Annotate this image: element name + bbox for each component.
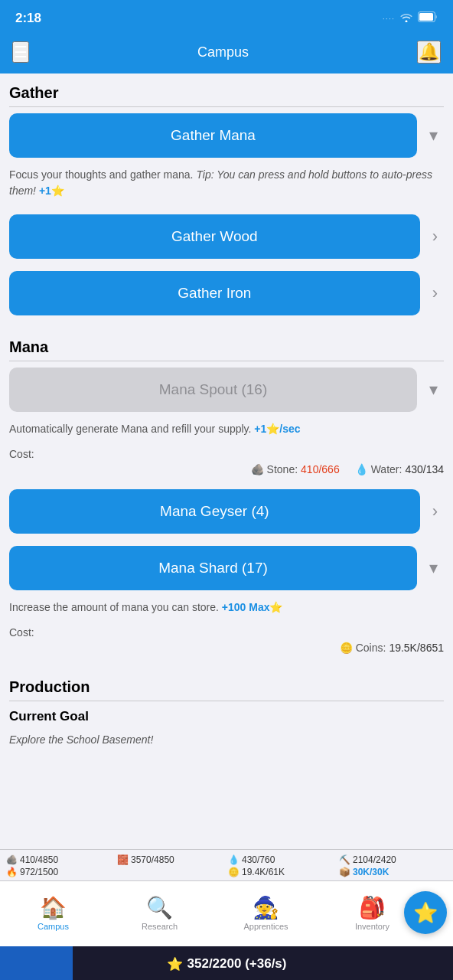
tab-star-button[interactable]: ⭐	[404, 891, 447, 934]
mana-spout-water-cost: 💧 Water: 430/134	[355, 463, 444, 475]
status-icons: ····	[383, 11, 438, 25]
water-icon: 💧	[355, 463, 368, 475]
tab-campus[interactable]: 🏠 Campus	[0, 881, 106, 946]
resource-coins: 🪙 19.4K/61K	[228, 867, 336, 877]
mana-shard-cost: Cost: 🪙 Coins: 19.5K/8651	[0, 625, 453, 662]
gather-mana-expand[interactable]: ▾	[423, 122, 444, 149]
gather-mana-desc: Focus your thoughts and gather mana. Tip…	[0, 164, 453, 208]
water-res-value: 430/760	[242, 854, 275, 865]
stone-value: 410/666	[301, 463, 340, 475]
inventory-tab-label: Inventory	[355, 922, 389, 931]
inventory-tab-icon: 🎒	[359, 897, 386, 919]
mana-geyser-row: Mana Geyser (4) ›	[0, 483, 453, 540]
apprentices-tab-label: Apprentices	[243, 922, 288, 931]
campus-tab-icon: 🏠	[40, 897, 67, 919]
gather-wood-button[interactable]: Gather Wood	[9, 214, 420, 259]
mana-shard-coins-cost: 🪙 Coins: 19.5K/8651	[340, 642, 444, 654]
status-bar: 2:18 ····	[0, 0, 453, 34]
nav-title: Campus	[197, 44, 249, 60]
mana-spout-desc: Automatically generate Mana and refill y…	[0, 418, 453, 446]
mana-spout-stone-cost: 🪨 Stone: 410/666	[251, 463, 340, 475]
mana-status-bar: ⭐ 352/2200 (+36/s)	[0, 946, 453, 980]
resource-empty	[117, 867, 225, 877]
mana-shard-button[interactable]: Mana Shard (17)	[9, 546, 417, 590]
main-content: Gather Gather Mana ▾ Focus your thoughts…	[0, 74, 453, 880]
water-res-icon: 💧	[228, 854, 240, 865]
resource-bar: 🪨 410/4850 🧱 3570/4850 💧 430/760 ⛏️ 2104…	[0, 849, 453, 880]
battery-icon	[418, 11, 438, 25]
coins-label: Coins:	[356, 642, 386, 654]
special-res-value: 30K/30K	[353, 867, 389, 877]
resource-special: 📦 30K/30K	[339, 867, 447, 877]
mana-value: 352/2200 (+36/s)	[187, 956, 287, 972]
gather-iron-expand[interactable]: ›	[426, 280, 444, 306]
resource-fire: 🔥 972/1500	[6, 867, 114, 877]
water-value: 430/134	[405, 463, 444, 475]
tab-apprentices[interactable]: 🧙 Apprentices	[213, 881, 319, 946]
gather-mana-button[interactable]: Gather Mana	[9, 113, 417, 158]
brick-res-value: 3570/4850	[131, 854, 174, 865]
mana-spout-cost-row: 🪨 Stone: 410/666 💧 Water: 430/134	[9, 463, 444, 475]
gather-wood-row: Gather Wood ›	[0, 208, 453, 265]
coins-icon: 🪙	[340, 642, 353, 654]
special-res-icon: 📦	[339, 867, 350, 877]
nav-bar: ☰ Campus 🔔	[0, 34, 453, 74]
production-section-header: Production	[0, 668, 453, 701]
gather-wood-expand[interactable]: ›	[426, 224, 444, 250]
mana-shard-expand[interactable]: ▾	[423, 555, 444, 581]
mana-spout-cost-label: Cost:	[9, 448, 444, 460]
mana-bar-fill	[0, 946, 73, 980]
mana-shard-cost-row: 🪙 Coins: 19.5K/8651	[9, 642, 444, 654]
mana-spout-cost: Cost: 🪨 Stone: 410/666 💧 Water: 430/134	[0, 446, 453, 483]
research-tab-label: Research	[142, 922, 178, 931]
mana-shard-desc: Increase the amount of mana you can stor…	[0, 596, 453, 625]
tab-bar: 🏠 Campus 🔍 Research 🧙 Apprentices 🎒 Inve…	[0, 880, 453, 946]
status-time: 2:18	[15, 11, 41, 26]
research-tab-icon: 🔍	[146, 897, 173, 919]
current-goal-header: Current Goal	[0, 701, 453, 729]
water-label: Water:	[371, 463, 402, 475]
resource-water: 💧 430/760	[228, 854, 336, 865]
mana-geyser-expand[interactable]: ›	[426, 498, 444, 524]
mana-shard-row: Mana Shard (17) ▾	[0, 540, 453, 596]
current-goal-text: Explore the School Basement!	[0, 729, 453, 757]
coins-res-icon: 🪙	[228, 867, 240, 877]
resource-stone: 🪨 410/4850	[6, 854, 114, 865]
fire-res-value: 972/1500	[20, 867, 58, 877]
mana-section-header: Mana	[0, 328, 453, 361]
pickaxe-res-value: 2104/2420	[353, 854, 396, 865]
fire-res-icon: 🔥	[6, 867, 18, 877]
resource-pickaxe: ⛏️ 2104/2420	[339, 854, 447, 865]
mana-spout-row: Mana Spout (16) ▾	[0, 361, 453, 418]
notification-button[interactable]: 🔔	[417, 41, 441, 64]
gather-section-header: Gather	[0, 74, 453, 106]
mana-shard-reward: +100 Max⭐	[222, 601, 283, 613]
signal-icon: ····	[383, 14, 395, 23]
mana-geyser-button[interactable]: Mana Geyser (4)	[9, 489, 420, 534]
gather-iron-button[interactable]: Gather Iron	[9, 271, 420, 315]
stone-res-value: 410/4850	[20, 854, 58, 865]
gather-mana-row: Gather Mana ▾	[0, 107, 453, 164]
stone-icon: 🪨	[251, 463, 264, 475]
hamburger-button[interactable]: ☰	[12, 41, 29, 63]
mana-bar-text: ⭐ 352/2200 (+36/s)	[167, 956, 287, 972]
tab-research[interactable]: 🔍 Research	[106, 881, 213, 946]
current-goal-value: Explore the School Basement!	[9, 733, 153, 746]
campus-tab-label: Campus	[37, 922, 69, 931]
apprentices-tab-icon: 🧙	[253, 897, 279, 919]
stone-res-icon: 🪨	[6, 854, 18, 865]
resource-brick: 🧱 3570/4850	[117, 854, 225, 865]
mana-spout-button[interactable]: Mana Spout (16)	[9, 368, 417, 412]
pickaxe-res-icon: ⛏️	[339, 854, 350, 865]
mana-shard-cost-label: Cost:	[9, 626, 444, 639]
brick-res-icon: 🧱	[117, 854, 129, 865]
gather-iron-row: Gather Iron ›	[0, 265, 453, 322]
svg-rect-1	[419, 13, 433, 21]
wifi-icon	[399, 11, 413, 25]
coins-value: 19.5K/8651	[389, 642, 444, 654]
mana-spout-reward: +1⭐/sec	[254, 423, 300, 435]
coins-res-value: 19.4K/61K	[242, 867, 285, 877]
gather-mana-reward: +1⭐	[39, 185, 64, 197]
mana-star-icon: ⭐	[167, 956, 183, 972]
mana-spout-expand[interactable]: ▾	[423, 377, 444, 403]
